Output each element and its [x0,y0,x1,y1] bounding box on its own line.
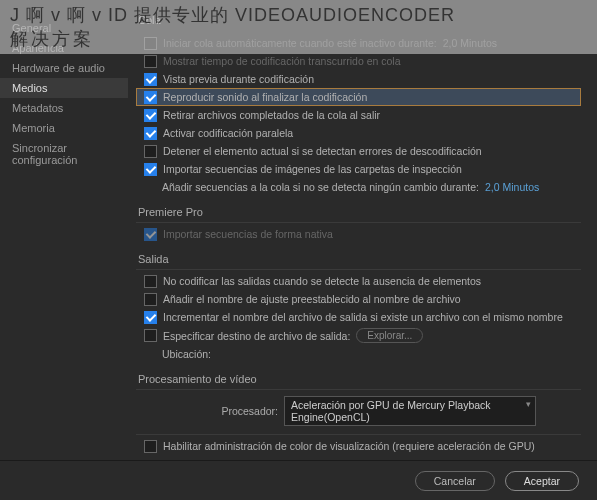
row-import-native: Importar secuencias de forma nativa [136,225,581,243]
select-processor[interactable]: Aceleración por GPU de Mercury Playback … [284,396,536,426]
label-stop-errors: Detener el elemento actual si se detecta… [163,145,482,157]
checkbox-parallel[interactable] [144,127,157,140]
row-remove-completed: Retirar archivos completados de la cola … [136,106,581,124]
label-add-preset-name: Añadir el nombre de ajuste preestablecid… [163,293,461,305]
section-title-cola: Cola [136,14,581,26]
checkbox-add-preset-name[interactable] [144,293,157,306]
content-panel: Cola Iniciar cola automáticamente cuando… [128,0,597,460]
label-specify-dest: Especificar destino de archivo de salida… [163,330,350,342]
row-show-time: Mostrar tiempo de codificación transcurr… [136,52,581,70]
sidebar-item-general[interactable]: General [0,18,128,38]
row-increment-name: Incrementar el nombre del archivo de sal… [136,308,581,326]
sidebar-item-metadatos[interactable]: Metadatos [0,98,128,118]
value-add-seq[interactable]: 2,0 Minutos [485,181,539,193]
label-no-encode: No codificar las salidas cuando se detec… [163,275,481,287]
sidebar-item-sincronizar[interactable]: Sincronizar configuración [0,138,128,170]
divider-proc [136,389,581,390]
checkbox-remove-completed[interactable] [144,109,157,122]
row-location: Ubicación: [136,345,581,363]
label-processor: Procesador: [136,405,284,417]
label-add-seq: Añadir secuencias a la cola si no se det… [162,181,479,193]
row-processor: Procesador: Aceleración por GPU de Mercu… [136,392,581,432]
checkbox-stop-errors[interactable] [144,145,157,158]
label-import-native: Importar secuencias de forma nativa [163,228,333,240]
divider-salida [136,269,581,270]
value-auto-start: 2,0 Minutos [443,37,497,49]
row-no-encode: No codificar las salidas cuando se detec… [136,272,581,290]
row-import-seq: Importar secuencias de imágenes de las c… [136,160,581,178]
row-stop-errors: Detener el elemento actual si se detecta… [136,142,581,160]
row-specify-dest: Especificar destino de archivo de salida… [136,326,581,345]
divider-premiere [136,222,581,223]
checkbox-preview[interactable] [144,73,157,86]
row-preview: Vista previa durante codificación [136,70,581,88]
checkbox-no-encode[interactable] [144,275,157,288]
sidebar-item-medios[interactable]: Medios [0,78,128,98]
row-add-preset-name: Añadir el nombre de ajuste preestablecid… [136,290,581,308]
checkbox-increment-name[interactable] [144,311,157,324]
checkbox-color-mgmt[interactable] [144,440,157,453]
browse-button[interactable]: Explorar... [356,328,423,343]
checkbox-show-time[interactable] [144,55,157,68]
cancel-button[interactable]: Cancelar [415,471,495,491]
label-location: Ubicación: [162,348,211,360]
label-increment-name: Incrementar el nombre del archivo de sal… [163,311,563,323]
accept-button[interactable]: Aceptar [505,471,579,491]
checkbox-import-seq[interactable] [144,163,157,176]
row-play-sound: Reproducir sonido al finalizar la codifi… [136,88,581,106]
row-add-seq: Añadir secuencias a la cola si no se det… [136,178,581,196]
checkbox-import-native [144,228,157,241]
label-auto-start: Iniciar cola automáticamente cuando esté… [163,37,437,49]
label-play-sound: Reproducir sonido al finalizar la codifi… [163,91,367,103]
divider-color [136,434,581,435]
label-color-mgmt: Habilitar administración de color de vis… [163,440,535,452]
dialog-footer: Cancelar Aceptar [0,460,597,500]
row-parallel: Activar codificación paralela [136,124,581,142]
sidebar-item-apariencia[interactable]: Apariencia [0,38,128,58]
checkbox-specify-dest[interactable] [144,329,157,342]
preferences-sidebar: General Apariencia Hardware de audio Med… [0,0,128,460]
sidebar-item-memoria[interactable]: Memoria [0,118,128,138]
label-parallel: Activar codificación paralela [163,127,293,139]
checkbox-play-sound[interactable] [144,91,157,104]
label-remove-completed: Retirar archivos completados de la cola … [163,109,380,121]
row-color-mgmt: Habilitar administración de color de vis… [136,437,581,455]
checkbox-auto-start[interactable] [144,37,157,50]
label-preview: Vista previa durante codificación [163,73,314,85]
label-import-seq: Importar secuencias de imágenes de las c… [163,163,462,175]
section-title-proc: Procesamiento de vídeo [138,373,581,385]
row-auto-start: Iniciar cola automáticamente cuando esté… [136,34,581,52]
section-title-salida: Salida [138,253,581,265]
section-title-premiere: Premiere Pro [138,206,581,218]
sidebar-item-hardware-audio[interactable]: Hardware de audio [0,58,128,78]
label-show-time: Mostrar tiempo de codificación transcurr… [163,55,401,67]
